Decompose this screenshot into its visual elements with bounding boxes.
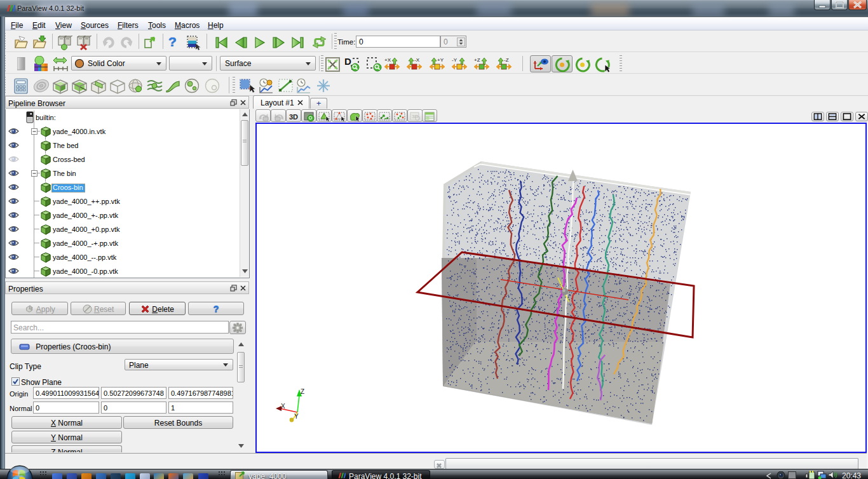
svg-text:+X: +X bbox=[384, 57, 391, 63]
svg-text:-X: -X bbox=[414, 57, 420, 63]
svg-text:+Y: +Y bbox=[437, 57, 444, 63]
svg-text:D: D bbox=[344, 57, 351, 67]
svg-text:-Y: -Y bbox=[452, 57, 458, 63]
svg-text:+Z: +Z bbox=[474, 57, 480, 63]
svg-text:-Z: -Z bbox=[504, 57, 509, 63]
svg-text:Z: Z bbox=[301, 388, 304, 395]
svg-text:Y: Y bbox=[294, 413, 299, 420]
svg-text:X: X bbox=[281, 403, 285, 410]
svg-text:3D: 3D bbox=[289, 113, 298, 121]
